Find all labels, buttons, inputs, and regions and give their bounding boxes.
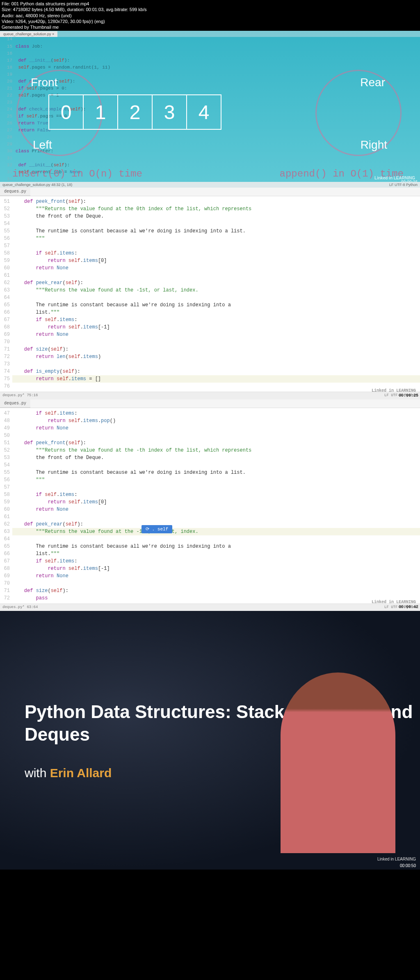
status-right: LF UTF-8 Python	[389, 183, 418, 187]
highlight-circle-right	[315, 70, 402, 156]
thumbnail-frame-2: deques.py 515253545556575859606162636465…	[0, 188, 420, 399]
editor-status-bar: deques.py* 75:16 LF UTF-8 Python	[0, 392, 420, 399]
meta-audio: Audio: aac, 48000 Hz, stereo (und)	[2, 13, 418, 18]
timestamp: 00:00:50	[400, 863, 416, 868]
thumbnail-frame-1: queue_challenge_solution.py × 1415class …	[0, 31, 420, 188]
thumbnail-grid: queue_challenge_solution.py × 1415class …	[0, 31, 420, 870]
label-right: Right	[361, 138, 387, 151]
autocomplete-popup[interactable]: ⟳ . self	[142, 525, 172, 534]
meta-file: File: 001 Python data structures primer.…	[2, 1, 418, 7]
complexity-note: insert(0) in O(n) time	[12, 168, 142, 179]
queue-cell: 1	[83, 94, 118, 130]
queue-cell: 3	[152, 94, 187, 130]
code-area[interactable]: if self.items: return self.items.pop() r…	[12, 408, 420, 604]
queue-cell: 4	[186, 94, 221, 130]
timestamp: 00:00:42	[399, 604, 418, 610]
editor-status-bar: deques.py* 63:64 LF UTF-8 Python	[0, 604, 420, 611]
status-left: queue_challenge_solution.py 48:32 (1, 18…	[2, 183, 72, 187]
label-front: Front	[31, 76, 57, 89]
thumbnail-frame-4: Python Data Structures: Stacks, Queues, …	[0, 611, 420, 870]
instructor-name: Erin Allard	[50, 766, 112, 780]
status-left: deques.py* 75:16	[2, 393, 38, 399]
code-area[interactable]: def peek_front(self): """Returns the val…	[12, 196, 420, 392]
with-text: with	[25, 766, 50, 780]
presenter-photo	[281, 672, 395, 853]
queue-cell: 2	[117, 94, 153, 130]
linkedin-watermark: Linked in LEARNING	[377, 857, 416, 861]
meta-video: Video: h264, yuv420p, 1280x720, 30.00 fp…	[2, 18, 418, 24]
status-left: deques.py* 63:64	[2, 605, 38, 610]
file-metadata: File: 001 Python data structures primer.…	[0, 0, 420, 31]
editor-tab[interactable]: deques.py	[0, 399, 30, 408]
editor-tab[interactable]: deques.py	[0, 188, 30, 196]
thumbnail-frame-3: deques.py 474849505152535455565758596061…	[0, 399, 420, 611]
meta-size: Size: 4718082 bytes (4.50 MiB), duration…	[2, 7, 418, 12]
line-gutter: 4748495051525354555657585960616263646566…	[0, 408, 12, 604]
timestamp: 00:00:25	[399, 392, 418, 399]
queue-boxes: 0 1 2 3 4	[49, 94, 221, 130]
line-gutter: 5152535455565758596061626364656667686970…	[0, 196, 12, 392]
queue-cell: 0	[48, 94, 84, 130]
label-rear: Rear	[360, 76, 385, 89]
label-left: Left	[33, 138, 52, 151]
meta-gen: Generated by Thumbnail me	[2, 24, 418, 30]
editor-status-bar: queue_challenge_solution.py 48:32 (1, 18…	[0, 182, 420, 188]
